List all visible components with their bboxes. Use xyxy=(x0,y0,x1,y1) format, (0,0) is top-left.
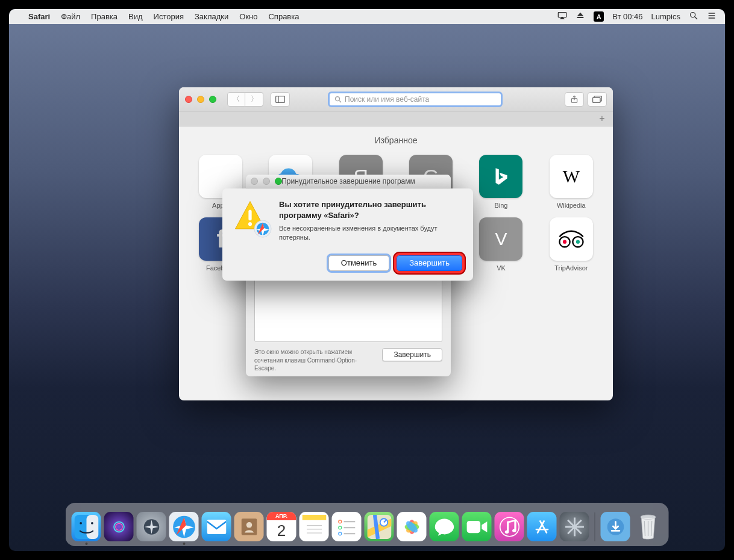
force-quit-title: Принудительное завершение программ xyxy=(246,177,451,185)
share-button[interactable] xyxy=(565,92,584,107)
svg-point-16 xyxy=(563,240,566,244)
svg-rect-13 xyxy=(593,98,600,102)
svg-point-2 xyxy=(691,13,695,17)
svg-rect-18 xyxy=(248,210,251,221)
safari-toolbar: 〈 〉 Поиск или имя веб-сайта xyxy=(179,87,613,111)
dock-safari[interactable] xyxy=(169,512,199,541)
confirm-button[interactable]: Завершить xyxy=(397,255,462,271)
svg-point-25 xyxy=(91,521,93,524)
wikipedia-icon: W xyxy=(550,155,593,198)
eject-icon[interactable] xyxy=(576,11,585,22)
svg-line-10 xyxy=(339,101,341,102)
new-tab-button[interactable]: + xyxy=(595,113,609,125)
safari-badge-icon xyxy=(254,220,272,238)
menu-file[interactable]: Файл xyxy=(61,12,80,21)
dock-separator xyxy=(595,512,595,541)
svg-rect-34 xyxy=(302,515,326,520)
force-quit-titlebar[interactable]: Принудительное завершение программ xyxy=(246,175,451,188)
dock-maps[interactable] xyxy=(365,512,394,541)
dock-reminders[interactable] xyxy=(332,512,362,541)
svg-rect-51 xyxy=(466,520,480,532)
forward-button[interactable]: 〉 xyxy=(245,92,263,107)
svg-line-3 xyxy=(695,17,697,19)
dock-settings[interactable] xyxy=(560,512,589,541)
dock-facetime[interactable] xyxy=(462,512,492,541)
svg-rect-0 xyxy=(559,13,566,17)
svg-point-53 xyxy=(533,518,551,536)
menu-window[interactable]: Окно xyxy=(239,12,257,21)
dock-contacts[interactable] xyxy=(234,512,264,541)
dock-mail[interactable] xyxy=(202,512,231,541)
favorites-heading: Избранное xyxy=(190,135,602,145)
desktop: Safari Файл Правка Вид История Закладки … xyxy=(9,9,725,551)
dialog-heading: Вы хотите принудительно завершить програ… xyxy=(279,199,462,220)
search-icon xyxy=(334,96,342,103)
svg-rect-30 xyxy=(207,520,226,534)
confirm-force-quit-dialog: Вы хотите принудительно завершить програ… xyxy=(222,188,473,281)
window-minimize-button[interactable] xyxy=(197,96,204,103)
favorite-vk[interactable]: V VK xyxy=(470,217,532,272)
svg-rect-7 xyxy=(276,96,285,102)
svg-point-32 xyxy=(246,522,252,528)
dock: АПР.2 xyxy=(66,503,669,546)
dock-notes[interactable] xyxy=(300,512,329,541)
svg-point-17 xyxy=(576,240,580,244)
svg-rect-1 xyxy=(577,17,584,18)
search-placeholder: Поиск или имя веб-сайта xyxy=(345,95,429,104)
svg-point-9 xyxy=(336,96,340,101)
menu-help[interactable]: Справка xyxy=(268,12,299,21)
favorite-tripadvisor[interactable]: TripAdvisor xyxy=(541,217,602,272)
svg-rect-23 xyxy=(86,515,98,539)
address-search-field[interactable]: Поиск или имя веб-сайта xyxy=(328,92,503,107)
window-zoom-button[interactable] xyxy=(209,96,216,103)
dock-appstore[interactable] xyxy=(527,512,557,541)
force-quit-hint: Это окно можно открыть нажатием сочетани… xyxy=(254,348,376,373)
force-quit-button[interactable]: Завершить xyxy=(382,348,442,361)
show-tabs-button[interactable] xyxy=(588,92,607,107)
bing-icon xyxy=(479,155,522,198)
window-close-button[interactable] xyxy=(185,96,192,103)
dialog-message: Все несохраненные изменения в документах… xyxy=(279,224,462,242)
clock[interactable]: Вт 00:46 xyxy=(612,12,642,21)
dock-siri[interactable] xyxy=(104,512,134,541)
notification-center-icon[interactable] xyxy=(707,11,717,22)
favorite-wikipedia[interactable]: W Wikipedia xyxy=(541,155,602,209)
keyboard-input-icon[interactable]: A xyxy=(594,11,604,22)
tab-strip: + xyxy=(179,111,613,126)
user-name[interactable]: Lumpics xyxy=(651,12,680,21)
dock-downloads[interactable] xyxy=(601,512,630,541)
dock-photos[interactable] xyxy=(397,512,427,541)
menu-view[interactable]: Вид xyxy=(128,12,143,21)
svg-point-24 xyxy=(80,521,82,524)
vk-icon: V xyxy=(479,217,522,261)
spotlight-icon[interactable] xyxy=(689,11,698,22)
dock-finder[interactable] xyxy=(72,512,101,541)
sidebar-toggle-button[interactable] xyxy=(271,92,290,107)
tripadvisor-icon xyxy=(550,217,593,261)
app-name[interactable]: Safari xyxy=(28,12,50,21)
cancel-button[interactable]: Отменить xyxy=(328,255,389,271)
dock-messages[interactable] xyxy=(430,512,459,541)
menu-bookmarks[interactable]: Закладки xyxy=(195,12,228,21)
menubar: Safari Файл Правка Вид История Закладки … xyxy=(9,9,725,24)
dock-launchpad[interactable] xyxy=(137,512,166,541)
dock-itunes[interactable] xyxy=(495,512,524,541)
dock-calendar[interactable]: АПР.2 xyxy=(267,512,296,541)
favorite-bing[interactable]: Bing xyxy=(470,155,532,209)
svg-point-19 xyxy=(248,222,252,226)
airplay-icon[interactable] xyxy=(557,11,567,22)
menu-history[interactable]: История xyxy=(154,12,184,21)
dock-trash[interactable] xyxy=(633,512,663,541)
warning-icon xyxy=(233,199,271,237)
svg-point-27 xyxy=(115,523,122,530)
menu-edit[interactable]: Правка xyxy=(91,12,118,21)
back-button[interactable]: 〈 xyxy=(227,92,245,107)
